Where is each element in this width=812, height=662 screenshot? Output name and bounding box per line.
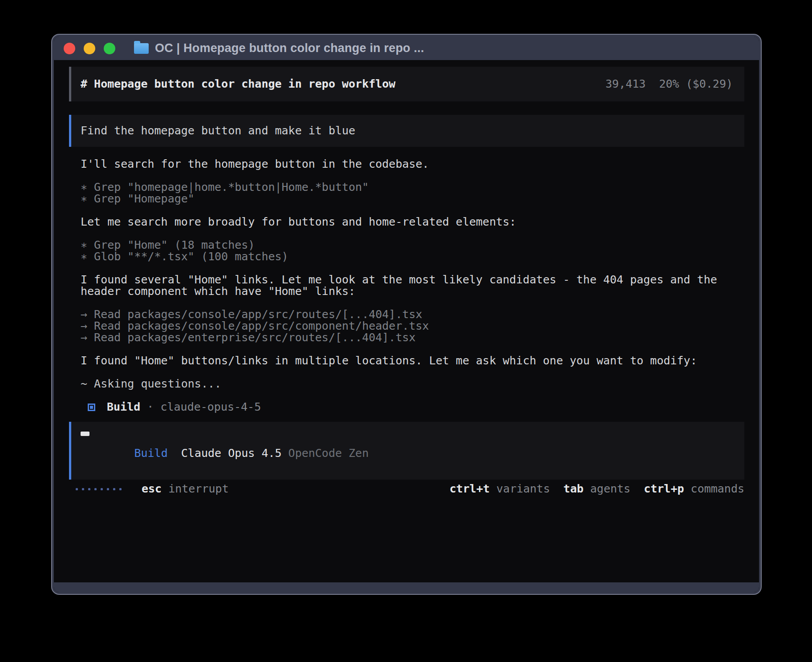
indicator-dot	[101, 488, 103, 490]
user-message: Find the homepage button and make it blu…	[69, 115, 744, 147]
session-stats: 39,41320%($0.29)	[552, 67, 733, 101]
shortcut-bar: esc interrupt ctrl+t variantstab agentsc…	[69, 483, 744, 495]
input-provider-label: OpenCode Zen	[288, 447, 369, 460]
zoom-button[interactable]	[104, 43, 115, 54]
conversation-line: ∗ Grep "homepage|home.*button|Home.*butt…	[81, 182, 744, 193]
user-message-text: Find the homepage button and make it blu…	[81, 125, 355, 137]
esc-key: esc	[142, 482, 162, 495]
message-group-tool: ∗ Grep "Home" (18 matches)∗ Glob "**/*.t…	[81, 239, 744, 262]
conversation-groups: I'll search for the homepage button in t…	[81, 158, 744, 390]
message-group-tool: ∗ Grep "homepage|home.*button|Home.*butt…	[81, 182, 744, 205]
agent-build-icon	[88, 404, 95, 411]
conversation-line: → Read packages/console/app/src/routes/[…	[81, 309, 744, 320]
message-group-text: I found "Home" buttons/links in multiple…	[81, 355, 744, 367]
window-title: OC | Homepage button color change in rep…	[155, 41, 424, 55]
conversation-line: Let me search more broadly for buttons a…	[81, 216, 744, 228]
context-percent: 20%	[659, 77, 679, 90]
shortcut-commands: ctrl+p commands	[644, 483, 744, 495]
conversation-line: → Read packages/enterprise/src/routes/[.…	[81, 332, 744, 343]
text-cursor	[81, 432, 89, 436]
esc-shortcut: esc interrupt	[142, 483, 229, 495]
conversation-line: ∗ Grep "Home" (18 matches)	[81, 239, 744, 251]
conversation-line: I found "Home" buttons/links in multiple…	[81, 355, 744, 367]
shortcut-bar-right: ctrl+t variantstab agentsctrl+p commands	[450, 483, 744, 495]
status-model-name: claude-opus-4-5	[160, 401, 261, 413]
input-agent-label: Build	[134, 447, 167, 460]
status-row: Build · claude-opus-4-5	[81, 401, 744, 413]
shortcut-key: tab	[564, 482, 584, 495]
working-indicator-dots	[76, 488, 122, 490]
session-header: # Homepage button color change in repo w…	[69, 67, 744, 101]
input-model-label: Claude Opus 4.5	[181, 447, 282, 460]
shortcut-agents: tab agents	[564, 483, 631, 495]
status-agent-name: Build	[107, 401, 140, 413]
session-cost: ($0.29)	[686, 77, 733, 90]
terminal-content: # Homepage button color change in repo w…	[54, 60, 759, 582]
close-button[interactable]	[64, 43, 75, 54]
titlebar[interactable]: OC | Homepage button color change in rep…	[54, 36, 759, 60]
conversation: I'll search for the homepage button in t…	[69, 158, 744, 413]
agent-build-icon-core	[90, 406, 93, 409]
conversation-line: ~ Asking questions...	[81, 378, 744, 390]
status-separator: ·	[147, 401, 154, 413]
folder-icon	[134, 43, 149, 54]
input-footer: BuildClaude Opus 4.5OpenCode Zen	[81, 436, 735, 471]
shortcut-label: agents	[590, 482, 630, 495]
esc-label: interrupt	[168, 482, 228, 495]
indicator-dot	[82, 488, 84, 490]
indicator-dot	[76, 488, 78, 490]
conversation-line: ∗ Grep "Homepage"	[81, 193, 744, 205]
indicator-dot	[94, 488, 97, 490]
indicator-dot	[119, 488, 122, 490]
message-group-tool: → Read packages/console/app/src/routes/[…	[81, 309, 744, 343]
indicator-dot	[107, 488, 109, 490]
message-group-text: I found several "Home" links. Let me loo…	[81, 274, 744, 297]
shortcut-key: ctrl+p	[644, 482, 684, 495]
shortcut-bar-left: esc interrupt	[76, 483, 229, 495]
terminal-window: OC | Homepage button color change in rep…	[52, 35, 761, 594]
message-group-text: Let me search more broadly for buttons a…	[81, 216, 744, 228]
traffic-lights	[64, 43, 115, 54]
session-title: # Homepage button color change in repo w…	[81, 78, 395, 90]
message-group-text: I'll search for the homepage button in t…	[81, 158, 744, 170]
prompt-input[interactable]: BuildClaude Opus 4.5OpenCode Zen	[69, 422, 744, 480]
conversation-line: → Read packages/console/app/src/componen…	[81, 320, 744, 332]
minimize-button[interactable]	[84, 43, 95, 54]
indicator-dot	[88, 488, 90, 490]
conversation-line: header component which have "Home" links…	[81, 286, 744, 297]
shortcut-label: commands	[691, 482, 744, 495]
conversation-line: ∗ Glob "**/*.tsx" (100 matches)	[81, 251, 744, 262]
window-bottom-strip	[54, 582, 759, 592]
shortcut-key: ctrl+t	[450, 482, 490, 495]
token-count: 39,413	[605, 77, 646, 90]
message-group-muted: ~ Asking questions...	[81, 378, 744, 390]
indicator-dot	[113, 488, 115, 490]
shortcut-label: variants	[496, 482, 550, 495]
conversation-line: I found several "Home" links. Let me loo…	[81, 274, 744, 286]
shortcut-variants: ctrl+t variants	[450, 483, 550, 495]
conversation-line: I'll search for the homepage button in t…	[81, 158, 744, 170]
